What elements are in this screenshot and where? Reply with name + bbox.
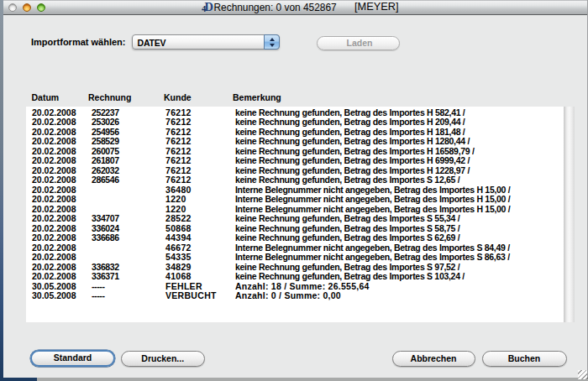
svg-text:4: 4 bbox=[202, 4, 207, 13]
